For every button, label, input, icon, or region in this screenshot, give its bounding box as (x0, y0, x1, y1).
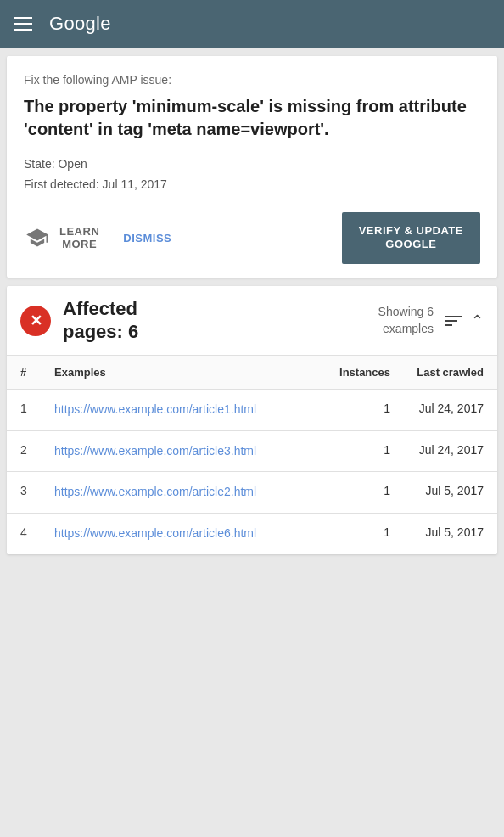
issue-state: State: Open (24, 154, 480, 175)
cell-num: 2 (20, 443, 54, 457)
error-icon (20, 306, 51, 336)
card-actions: LEARN MORE DISMISS VERIFY & UPDATE GOOGL… (24, 212, 480, 265)
cell-num: 3 (20, 484, 54, 497)
issue-title: The property 'minimum-scale' is missing … (24, 95, 480, 141)
table-body: 1 https://www.example.com/article1.html … (7, 390, 497, 553)
col-header-num: # (20, 366, 54, 379)
col-header-instances: Instances (314, 366, 390, 379)
filter-icon[interactable] (445, 316, 462, 326)
showing-examples-label: Showing 6 examples (378, 304, 434, 337)
cell-instances: 1 (314, 443, 390, 457)
table-row: 4 https://www.example.com/article6.html … (7, 514, 497, 554)
affected-pages-section: Affected pages: 6 Showing 6 examples ⌃ #… (7, 286, 497, 553)
menu-icon[interactable] (14, 17, 32, 31)
issue-first-detected: First detected: Jul 11, 2017 (24, 175, 480, 195)
cell-last-crawled: Jul 24, 2017 (390, 443, 484, 457)
cell-url[interactable]: https://www.example.com/article3.html (54, 443, 314, 460)
collapse-icon[interactable]: ⌃ (471, 312, 484, 330)
cell-url[interactable]: https://www.example.com/article6.html (54, 525, 314, 542)
filter-controls: ⌃ (445, 312, 484, 330)
cell-instances: 1 (314, 484, 390, 497)
issue-subtitle: Fix the following AMP issue: (24, 73, 480, 87)
cell-url[interactable]: https://www.example.com/article1.html (54, 402, 314, 418)
issue-meta: State: Open First detected: Jul 11, 2017 (24, 154, 480, 195)
cell-last-crawled: Jul 5, 2017 (390, 484, 484, 497)
table-row: 1 https://www.example.com/article1.html … (7, 390, 497, 431)
col-header-examples: Examples (54, 366, 314, 379)
examples-table: # Examples Instances Last crawled 1 http… (7, 356, 497, 553)
table-row: 2 https://www.example.com/article3.html … (7, 431, 497, 473)
affected-header: Affected pages: 6 Showing 6 examples ⌃ (7, 286, 497, 356)
app-header: Google (0, 0, 504, 48)
learn-more-label: LEARN MORE (59, 225, 99, 250)
cell-num: 1 (20, 402, 54, 415)
issue-card: Fix the following AMP issue: The propert… (7, 56, 497, 278)
col-header-last-crawled: Last crawled (390, 366, 484, 379)
cell-instances: 1 (314, 402, 390, 415)
cell-last-crawled: Jul 24, 2017 (390, 402, 484, 415)
affected-pages-label: Affected pages: 6 (63, 298, 138, 343)
cell-instances: 1 (314, 525, 390, 539)
learn-icon (24, 224, 51, 251)
cell-last-crawled: Jul 5, 2017 (390, 525, 484, 539)
app-title: Google (49, 13, 111, 35)
cell-num: 4 (20, 525, 54, 539)
verify-update-button[interactable]: VERIFY & UPDATE GOOGLE (342, 212, 480, 265)
cell-url[interactable]: https://www.example.com/article2.html (54, 484, 314, 501)
dismiss-button[interactable]: DISMISS (109, 225, 185, 251)
table-row: 3 https://www.example.com/article2.html … (7, 472, 497, 514)
learn-more-button[interactable]: LEARN MORE (24, 217, 109, 258)
table-header-row: # Examples Instances Last crawled (7, 356, 497, 390)
